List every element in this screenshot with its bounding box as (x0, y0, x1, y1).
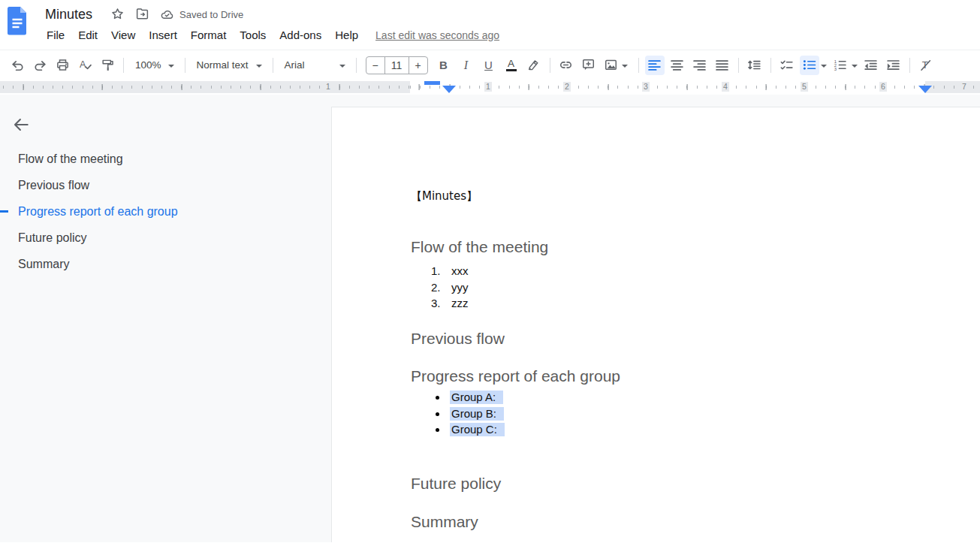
undo-icon (11, 58, 25, 72)
outline-item-future-policy[interactable]: Future policy (0, 225, 331, 251)
spellcheck-button[interactable]: A (75, 56, 95, 75)
doc-bulleted-list: Group A: Group B: Group C: (411, 389, 505, 438)
justify-button[interactable] (713, 56, 732, 75)
ruler-label: 6 (879, 82, 887, 92)
print-icon (56, 58, 70, 72)
increase-indent-button[interactable] (884, 56, 903, 75)
list-item[interactable]: Group A: (411, 389, 505, 406)
list-item[interactable]: 3. zzz (411, 295, 469, 312)
highlight-color-button[interactable] (524, 56, 544, 75)
menu-addons[interactable]: Add-ons (273, 27, 328, 43)
toolbar-divider (356, 58, 357, 73)
ruler-label: 4 (722, 82, 729, 92)
undo-button[interactable] (8, 56, 27, 75)
comment-icon (581, 58, 596, 72)
clear-formatting-button[interactable]: T (916, 56, 936, 75)
save-status-label: Saved to Drive (179, 9, 243, 20)
selected-text[interactable]: Group A: (450, 391, 503, 404)
chevron-down-icon (168, 65, 174, 68)
menu-bar: File Edit View Insert Format Tools Add-o… (40, 27, 499, 43)
bulleted-list-button[interactable] (800, 56, 819, 75)
decrease-indent-button[interactable] (861, 56, 881, 75)
ruler: 1 1 2 3 4 5 6 7 (0, 80, 980, 95)
last-edit-link[interactable]: Last edit was seconds ago (375, 29, 499, 41)
checklist-button[interactable] (777, 56, 797, 75)
menu-file[interactable]: File (40, 27, 71, 43)
increase-font-size-button[interactable]: + (409, 57, 427, 74)
docs-logo-icon[interactable] (6, 6, 29, 36)
clear-formatting-icon: T (918, 58, 933, 72)
chevron-down-icon[interactable] (852, 65, 858, 68)
align-right-button[interactable] (690, 56, 710, 75)
link-icon (559, 58, 573, 72)
chevron-down-icon[interactable] (821, 65, 827, 68)
list-item[interactable]: 1. xxx (411, 263, 469, 279)
list-item[interactable]: 2. yyy (411, 279, 469, 296)
insert-link-button[interactable] (556, 56, 576, 75)
redo-button[interactable] (30, 56, 50, 75)
save-status[interactable]: Saved to Drive (160, 8, 243, 22)
print-button[interactable] (53, 56, 72, 75)
outline-item-summary[interactable]: Summary (0, 251, 331, 277)
app-header: Minutes Saved to Drive Fi (0, 0, 980, 50)
menu-help[interactable]: Help (328, 27, 365, 43)
italic-button[interactable]: I (457, 56, 476, 75)
star-icon[interactable] (110, 7, 125, 22)
paragraph-style-select[interactable]: Normal text (191, 56, 267, 75)
bold-button[interactable]: B (434, 56, 454, 75)
paint-format-button[interactable] (98, 56, 117, 75)
document-title[interactable]: Minutes (45, 7, 92, 23)
selected-text[interactable]: Group C: (450, 423, 505, 436)
align-left-button[interactable] (645, 56, 665, 75)
menu-format[interactable]: Format (184, 27, 234, 43)
line-spacing-icon (747, 58, 761, 72)
toolbar: A 100% Normal text Arial − 11 + B I U A (0, 50, 980, 80)
underline-button[interactable]: U (479, 56, 499, 75)
menu-edit[interactable]: Edit (71, 27, 104, 43)
doc-heading-previous[interactable]: Previous flow (411, 329, 505, 348)
doc-heading-progress[interactable]: Progress report of each group (411, 367, 620, 386)
first-line-indent-marker[interactable] (424, 81, 440, 85)
redo-icon (33, 58, 47, 72)
outline-item-previous-flow[interactable]: Previous flow (0, 172, 331, 198)
cloud-saved-icon (160, 8, 174, 22)
text-color-icon: A (506, 59, 517, 72)
outline-item-flow-of-the-meeting[interactable]: Flow of the meeting (0, 146, 331, 172)
ruler-label: 1 (324, 82, 332, 92)
decrease-font-size-button[interactable]: − (366, 57, 384, 74)
font-size-input[interactable]: 11 (384, 57, 409, 74)
right-indent-marker[interactable] (918, 86, 932, 93)
doc-heading-future[interactable]: Future policy (411, 474, 501, 493)
menu-insert[interactable]: Insert (142, 27, 184, 43)
outline-item-progress-report[interactable]: Progress report of each group (0, 198, 331, 225)
zoom-select[interactable]: 100% (130, 56, 179, 75)
left-indent-marker[interactable] (442, 86, 456, 93)
list-item[interactable]: Group C: (411, 421, 505, 438)
title-row: Minutes Saved to Drive (45, 5, 499, 24)
justify-icon (715, 58, 729, 72)
move-folder-icon[interactable] (135, 7, 150, 22)
line-spacing-button[interactable] (745, 56, 764, 75)
text-color-button[interactable]: A (502, 56, 521, 75)
ruler-label: 1 (484, 82, 492, 92)
numbered-list-button[interactable]: 1 2 3 (831, 56, 850, 75)
doc-heading-summary[interactable]: Summary (411, 512, 478, 532)
doc-title-line[interactable]: 【Minutes】 (411, 188, 478, 204)
toolbar-divider (273, 58, 273, 73)
close-outline-button[interactable] (12, 116, 32, 135)
insert-image-button[interactable] (602, 56, 632, 75)
image-icon (604, 58, 618, 72)
align-center-button[interactable] (668, 56, 687, 75)
selected-text[interactable]: Group B: (450, 407, 504, 421)
font-family-select[interactable]: Arial (279, 56, 350, 75)
doc-heading-flow[interactable]: Flow of the meeting (411, 237, 548, 257)
menu-view[interactable]: View (104, 27, 142, 43)
numbered-list-icon: 1 2 3 (833, 58, 847, 72)
list-item[interactable]: Group B: (411, 406, 505, 422)
toolbar-divider (123, 58, 124, 73)
add-comment-button[interactable] (579, 56, 599, 75)
menu-tools[interactable]: Tools (233, 27, 273, 43)
ruler-strip: 1 1 2 3 4 5 6 7 (0, 81, 980, 93)
document-page[interactable]: 【Minutes】 Flow of the meeting 1. xxx 2. … (331, 107, 980, 542)
doc-numbered-list: 1. xxx 2. yyy 3. zzz (411, 263, 469, 312)
